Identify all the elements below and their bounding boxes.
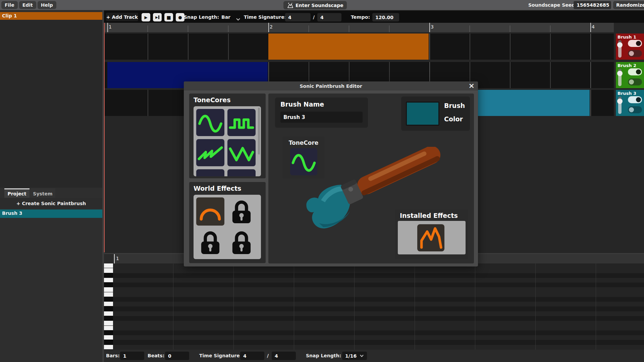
piano-key-white[interactable]	[104, 263, 113, 268]
track-header[interactable]: Brush 3	[616, 90, 644, 116]
piano-key-white[interactable]	[104, 321, 113, 325]
piano-key-white[interactable]	[104, 268, 113, 273]
audio-clip[interactable]	[268, 34, 429, 60]
piano-grid-beat-line	[294, 263, 294, 350]
bars-field[interactable]: 1	[120, 352, 144, 360]
lane-gridline	[228, 34, 229, 60]
randomize-button[interactable]: Randomize	[613, 1, 644, 9]
world-effect-locked-icon[interactable]	[196, 228, 224, 256]
menu-item-help[interactable]: Help	[38, 1, 56, 9]
piano-key-white[interactable]	[104, 302, 113, 306]
toggle-off[interactable]	[628, 50, 642, 57]
toggle-on[interactable]	[628, 40, 642, 47]
menu-button-group: FileEditHelp	[1, 1, 56, 9]
tempo-field[interactable]: 120.00	[372, 13, 399, 21]
piano-key-black[interactable]	[104, 297, 113, 302]
piano-key-black[interactable]	[104, 340, 113, 345]
piano-roll-grid[interactable]	[113, 263, 644, 350]
piano-grid-stripe	[113, 307, 644, 311]
toggle-on[interactable]	[628, 68, 642, 75]
piano-grid-beat-line	[173, 263, 173, 350]
world-effect-locked-icon[interactable]	[227, 197, 256, 226]
piano-key-black[interactable]	[104, 273, 113, 278]
installed-effect-tile-zigzag-effect[interactable]	[417, 224, 444, 251]
piano-key-white[interactable]	[104, 335, 113, 340]
dialog-title-bar[interactable]: Sonic Paintbrush Editor	[184, 81, 478, 90]
menu-item-file[interactable]: File	[1, 1, 18, 9]
tonecores-scrollbar[interactable]	[258, 108, 260, 155]
piano-grid-stripe	[113, 278, 644, 283]
piano-key-black[interactable]	[104, 307, 113, 311]
tab-system[interactable]: System	[30, 188, 55, 198]
piano-key-black[interactable]	[104, 330, 113, 335]
tonecore-preview-label: ToneCore	[283, 137, 324, 146]
soundscape-seed-label: Soundscape Seed:	[528, 2, 577, 8]
tonecore-tile-square-wave[interactable]	[227, 109, 256, 136]
status-time-signature-denominator-field[interactable]: 4	[272, 352, 296, 360]
snap-length-chevron-down-icon[interactable]	[236, 16, 240, 22]
piano-key-white[interactable]	[104, 326, 113, 330]
status-snap-length-dropdown[interactable]: 1/16	[342, 352, 367, 360]
toggle-off[interactable]	[628, 106, 642, 113]
brush-name-input[interactable]: Brush 3	[280, 112, 363, 123]
soundscape-seed-input[interactable]: 1565482685	[574, 1, 611, 9]
tonecore-tile-triangle-wave[interactable]	[227, 139, 256, 166]
lane-gridline	[470, 34, 470, 60]
time-signature-denominator-field[interactable]: 4	[317, 13, 341, 21]
piano-key-white[interactable]	[104, 287, 113, 292]
selected-clip-header[interactable]: Clip 1	[0, 12, 102, 20]
close-icon[interactable]: ×	[469, 81, 475, 90]
time-signature-numerator-field[interactable]: 4	[285, 13, 311, 21]
create-sonic-paintbrush-button[interactable]: + Create Sonic Paintbrush	[0, 198, 102, 208]
toggle-off[interactable]	[628, 78, 642, 85]
status-time-signature-numerator-field[interactable]: 4	[240, 352, 264, 360]
toggle-on-knob	[636, 97, 641, 102]
clip-list-area[interactable]	[0, 20, 102, 188]
lane-gridline	[148, 34, 148, 60]
ruler-bar-number: 4	[592, 24, 595, 29]
sidebar-tabs: ProjectSystem	[4, 188, 55, 198]
snap-length-value[interactable]: Bar	[221, 14, 230, 20]
track-header[interactable]: Brush 1	[616, 34, 644, 60]
lane-gridline	[590, 34, 591, 60]
play-from-start-button[interactable]: ▶	[153, 13, 162, 21]
world-effect-locked-icon[interactable]	[227, 228, 256, 256]
brush-list-item[interactable]: Brush 3	[0, 209, 102, 218]
piano-key-black[interactable]	[104, 316, 113, 321]
piano-grid-beat-line	[475, 263, 475, 350]
enter-soundscape-button[interactable]: Enter Soundscape	[283, 1, 347, 9]
beats-field[interactable]: 0	[165, 352, 189, 360]
tonecore-tile-sine-wave[interactable]	[196, 109, 224, 136]
ruler-beat-tick	[188, 25, 188, 32]
toggle-on-knob	[636, 69, 641, 74]
add-track-button[interactable]: + Add Track	[106, 13, 138, 21]
volume-slider-knob[interactable]	[617, 42, 623, 48]
installed-effects-title: Installed Effects	[395, 209, 468, 219]
tonecore-tile-saw-wave[interactable]	[196, 139, 224, 166]
piano-key-white[interactable]	[104, 292, 113, 297]
tonecore-tile-noise[interactable]	[227, 169, 256, 176]
piano-key-white[interactable]	[104, 345, 113, 350]
world-effect-tile-arch-effect[interactable]	[196, 197, 224, 226]
tab-project[interactable]: Project	[4, 188, 30, 198]
volume-slider-knob[interactable]	[617, 99, 623, 104]
track-header[interactable]: Brush 2	[616, 62, 644, 88]
tonecore-tile-blank-wave[interactable]	[196, 169, 224, 176]
piano-key-black[interactable]	[104, 283, 113, 287]
piano-key-white[interactable]	[104, 278, 113, 283]
record-button[interactable]: ●	[176, 13, 184, 21]
arrangement-ruler[interactable]: 1234	[104, 23, 614, 32]
piano-key-white[interactable]	[104, 311, 113, 316]
play-button[interactable]: ▶	[142, 13, 150, 21]
volume-slider-knob[interactable]	[617, 71, 623, 76]
arrangement-playhead[interactable]	[104, 23, 105, 252]
snap-length-label: Snap Length:	[184, 14, 219, 20]
stop-button[interactable]: ■	[164, 13, 173, 21]
piano-grid-stripe	[113, 340, 644, 345]
menu-item-edit[interactable]: Edit	[19, 1, 36, 9]
toggle-on[interactable]	[628, 96, 642, 103]
track-lane[interactable]	[104, 34, 614, 60]
brush-color-swatch[interactable]	[406, 102, 439, 126]
piano-roll-playhead[interactable]	[114, 254, 115, 263]
ruler-bar-line	[107, 23, 108, 32]
